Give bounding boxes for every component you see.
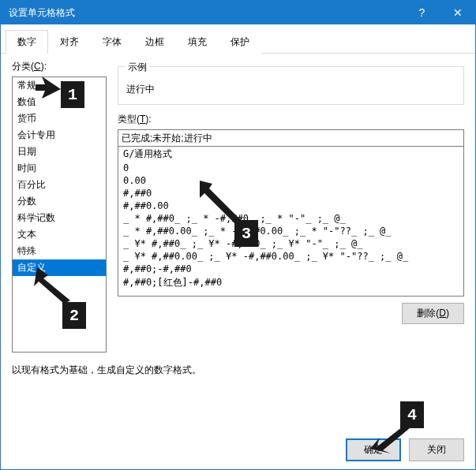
ok-button[interactable]: 确定 xyxy=(346,438,401,461)
category-item[interactable]: 会计专用 xyxy=(13,127,106,144)
sample-box: 示例 进行中 xyxy=(118,66,464,105)
window-title: 设置单元格格式 xyxy=(9,6,404,20)
category-item[interactable]: 特殊 xyxy=(13,243,106,259)
category-item[interactable]: 日期 xyxy=(13,144,106,160)
tab-number[interactable]: 数字 xyxy=(6,30,48,54)
format-item[interactable]: #,##0.00 xyxy=(118,200,463,212)
sample-label: 示例 xyxy=(125,61,150,74)
type-label: 类型(T): xyxy=(118,113,464,126)
category-item[interactable]: 常规 xyxy=(13,77,106,94)
callout-4: 4 xyxy=(400,401,424,428)
tab-align[interactable]: 对齐 xyxy=(48,30,91,54)
help-button[interactable]: ? xyxy=(404,1,440,24)
close-button[interactable]: 关闭 xyxy=(409,438,464,461)
hint-text: 以现有格式为基础，生成自定义的数字格式。 xyxy=(1,352,475,377)
tab-border[interactable]: 边框 xyxy=(133,30,176,54)
tab-font[interactable]: 字体 xyxy=(91,30,133,54)
close-icon[interactable]: ✕ xyxy=(440,1,475,24)
tab-strip: 数字 对齐 字体 边框 填充 保护 xyxy=(1,24,475,54)
sample-value: 进行中 xyxy=(126,83,455,96)
category-item[interactable]: 科学记数 xyxy=(13,210,106,226)
format-item[interactable]: #,##0 xyxy=(118,187,463,200)
category-item[interactable]: 时间 xyxy=(13,160,106,177)
category-item[interactable]: 数值 xyxy=(13,94,106,110)
category-item[interactable]: 自定义 xyxy=(13,259,106,276)
tab-protect[interactable]: 保护 xyxy=(219,30,261,54)
format-item[interactable]: _ ¥* #,##0.00_ ;_ ¥* -#,##0.00_ ;_ ¥* "-… xyxy=(118,250,463,263)
category-item[interactable]: 文本 xyxy=(13,226,106,243)
category-item[interactable]: 货币 xyxy=(13,110,106,127)
dialog-footer: 确定 关闭 xyxy=(346,438,464,461)
category-label: 分类(C): xyxy=(12,60,107,73)
format-item[interactable]: _ ¥* #,##0_ ;_ ¥* -#,##0_ ;_ ¥* "-"_ ;_ … xyxy=(118,237,463,250)
format-list[interactable]: G/通用格式00.00#,##0#,##0.00_ * #,##0_ ;_ * … xyxy=(118,147,464,297)
format-item[interactable]: #,##0;-#,##0 xyxy=(118,263,463,275)
category-item[interactable]: 分数 xyxy=(13,193,106,210)
category-list[interactable]: 常规数值货币会计专用日期时间百分比分数科学记数文本特殊自定义 xyxy=(12,76,107,352)
titlebar: 设置单元格格式 ? ✕ xyxy=(1,1,475,24)
format-item[interactable]: 0.00 xyxy=(118,174,463,187)
format-item[interactable]: 0 xyxy=(118,162,463,174)
delete-button[interactable]: 删除(D) xyxy=(402,303,464,324)
tab-fill[interactable]: 填充 xyxy=(176,30,219,54)
category-item[interactable]: 百分比 xyxy=(13,177,106,193)
type-input[interactable] xyxy=(118,129,464,147)
format-item[interactable]: #,##0;[红色]-#,##0 xyxy=(118,275,463,290)
format-item[interactable]: G/通用格式 xyxy=(118,147,463,162)
format-item[interactable]: _ * #,##0_ ;_ * -#,##0_ ;_ * "-"_ ;_ @_ xyxy=(118,212,463,225)
format-item[interactable]: _ * #,##0.00_ ;_ * -#,##0.00_ ;_ * "-"??… xyxy=(118,225,463,237)
